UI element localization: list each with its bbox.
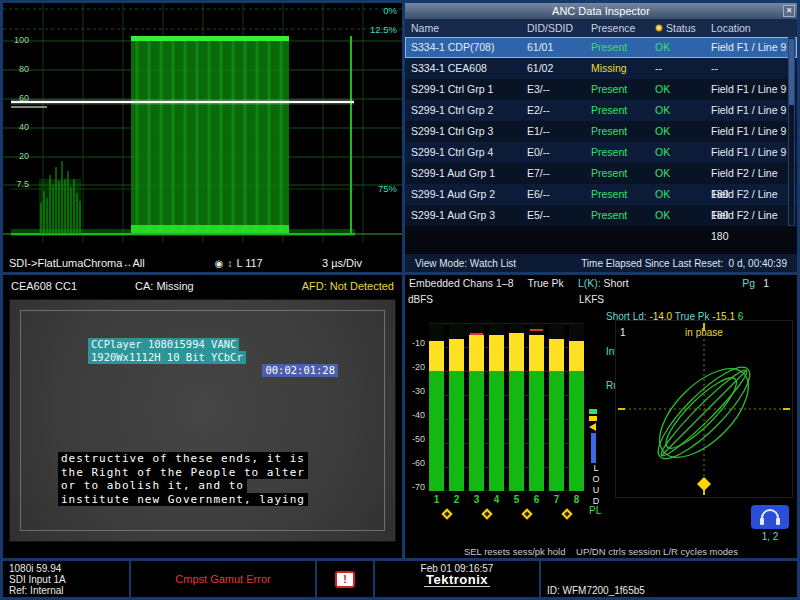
timecode-overlay: 00:02:01:28 [262,364,338,377]
audio-bar-ch4 [489,323,504,491]
cell-did: E5/-- [527,205,591,247]
cell-status: OK [655,205,711,247]
table-row[interactable]: S299-1 Ctrl Grp 1E3/--PresentOKField F1 … [405,79,797,100]
table-row[interactable]: S299-1 Ctrl Grp 3E1/--PresentOKField F1 … [405,121,797,142]
headphone-channels-label: 1, 2 [751,531,789,542]
scrollbar-thumb[interactable] [789,39,794,105]
line-select-readout: L 117 [236,257,262,269]
graticule-label: 100 [5,35,29,45]
waveform-status-line: SDI->FlatLumaChroma↔All ◉ ↕ L 117 3 µs/D… [9,257,396,269]
col-name: Name [411,19,527,37]
graticule-label: 20 [5,151,29,161]
caption-line: the Right of the People to alter [58,466,308,480]
ch3-label: 3 [469,494,484,505]
ch2-label: 2 [449,494,464,505]
cell-presence: Present [591,205,655,247]
headphone-icon [758,507,782,527]
pair-diamond-icon [441,508,452,519]
audio-title: Embedded Chans 1–8 [409,277,514,289]
cell-location: Field F1 / Line 9 [711,121,797,142]
cell-presence: Present [591,121,655,142]
close-icon[interactable]: ✕ [783,5,795,17]
ch4-label: 4 [489,494,504,505]
wfm7200-screen: 100 80 60 40 20 7.5 0% 12.5% 75% SDI->Fl… [0,0,800,600]
status-warning-icon [655,24,663,32]
table-row[interactable]: S334-1 CEA60861/02Missing---- [405,58,797,79]
loudness-range-marker [591,433,596,463]
percent-label: 12.5% [370,24,397,35]
audio-level-bars [429,323,584,491]
caption-line: destructive of these ends, it is [58,452,308,466]
brand-box: Feb 01 09:16:57 Tektronix [373,561,539,597]
audio-bar-ch8 [569,323,584,491]
table-row[interactable]: S299-1 Ctrl Grp 2E2/--PresentOKField F1 … [405,100,797,121]
target-marker-green [589,409,597,414]
table-row[interactable]: S299-1 Aud Grp 1E7/--PresentOKField F2 /… [405,163,797,184]
anc-footer: View Mode: Watch List Time Elapsed Since… [405,254,797,272]
cell-name: S299-1 Ctrl Grp 1 [411,79,527,100]
alarm-message-box: Cmpst Gamut Error [129,561,315,597]
phase-status-label: in phase [616,327,792,338]
scale-tick: -50 [405,434,425,444]
audio-display: Embedded Chans 1–8 True Pk L(K): Short P… [405,275,797,558]
cell-name: S299-1 Ctrl Grp 3 [411,121,527,142]
anc-title-bar: ANC Data Inspector ✕ [405,3,797,19]
cell-did: E3/-- [527,79,591,100]
loudness-markers [589,409,603,463]
table-row[interactable]: S299-1 Aud Grp 3E5/--PresentOKField F2 /… [405,205,797,226]
cell-did: 61/01 [527,37,591,58]
cell-name: S299-1 Ctrl Grp 2 [411,100,527,121]
scale-tick: -20 [405,362,425,372]
cell-name: S299-1 Ctrl Grp 4 [411,142,527,163]
target-icon: ◉ [215,258,224,269]
cell-did: E2/-- [527,100,591,121]
table-row[interactable]: S299-1 Ctrl Grp 4E0/--PresentOKField F1 … [405,142,797,163]
picture-header: CEA608 CC1 CA: Missing AFD: Not Detected [3,275,402,297]
audio-bar-ch7 [549,323,564,491]
cell-status: -- [655,58,711,79]
scale-tick: -70 [405,482,425,492]
target-marker-yellow [589,416,597,421]
alarm-icon: ! [335,571,355,588]
up-down-icon: ↕ [227,258,232,269]
pair-select-indicators [429,510,584,518]
view-mode: View Mode: Watch List [415,258,516,269]
loudness-arrow-icon [589,423,596,431]
anc-table-body: S334-1 CDP(708)61/01PresentOKField F1 / … [405,37,797,226]
vanc-overlay: CCPlayer 1080i5994 VANC 1920Wx1112H 10 B… [88,338,338,377]
channel-numbers: 1 2 3 4 5 6 7 8 [429,494,584,505]
axis-label: 1 [620,327,626,338]
cell-name: S334-1 CEA608 [411,58,527,79]
table-row[interactable]: S299-1 Aud Grp 2E6/--PresentOKField F2 /… [405,184,797,205]
cell-did: E0/-- [527,142,591,163]
cell-presence: Present [591,142,655,163]
input-status-box: 1080i 59.94 SDI Input 1A Ref: Internal [3,561,129,597]
graticule-label: 7.5 [5,179,29,189]
caption-line: or to abolish it, and to [58,479,247,493]
tektronix-logo: Tektronix [424,574,490,587]
afd-status-label: AFD: Not Detected [302,280,394,292]
col-presence: Presence [591,19,655,37]
anc-table-header: Name DID/SDID Presence Status Location [405,19,797,37]
graticule-label: 40 [5,122,29,132]
cell-did: 61/02 [527,58,591,79]
scrollbar[interactable] [788,37,795,226]
cell-location: Field F1 / Line 9 [711,142,797,163]
cell-location: -- [711,58,797,79]
lissajous-trace [616,321,792,497]
table-row[interactable]: S334-1 CDP(708)61/01PresentOKField F1 / … [405,37,797,58]
cell-location: Field F2 / Line 180 [711,205,797,247]
col-status: Status [666,19,696,37]
audio-bar-ch6 [529,323,544,491]
vanc-line1: CCPlayer 1080i5994 VANC [88,338,239,351]
picture-display: CEA608 CC1 CA: Missing AFD: Not Detected… [3,275,402,558]
waveform-mode[interactable]: SDI->FlatLumaChroma [9,257,122,269]
caption-line: institute new Government, laying [58,493,308,507]
headphone-button[interactable] [751,505,789,529]
input-select[interactable]: SDI Input 1A [9,574,123,585]
vanc-line2: 1920Wx1112H 10 Bit YCbCr [88,351,246,364]
truepk-mode-label: True Pk [528,277,564,289]
timebase-readout: 3 µs/Div [322,257,362,269]
video-format: 1080i 59.94 [9,563,123,574]
instrument-id: ID: WFM7200_1f65b5 [547,585,791,596]
